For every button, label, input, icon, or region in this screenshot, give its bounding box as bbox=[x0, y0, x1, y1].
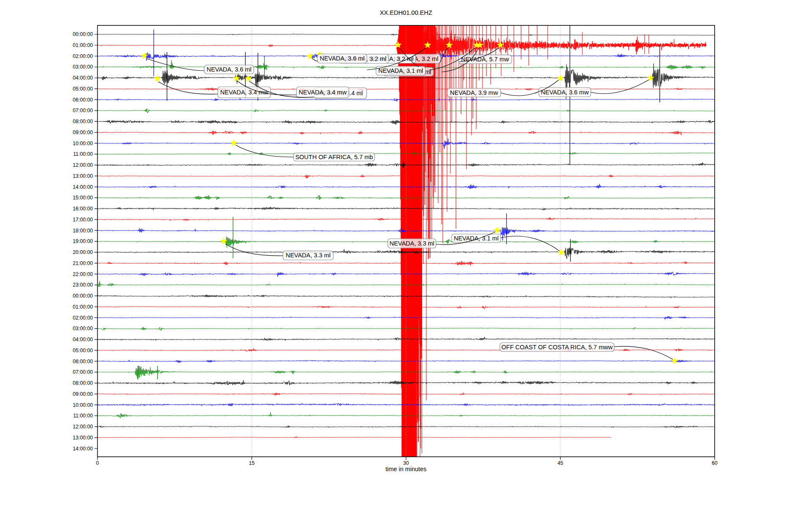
svg-text:05:00:00: 05:00:00 bbox=[73, 348, 93, 353]
svg-text:13:00:00: 13:00:00 bbox=[73, 435, 93, 441]
svg-text:16:00:00: 16:00:00 bbox=[73, 206, 93, 212]
svg-text:19:00:00: 19:00:00 bbox=[73, 238, 93, 244]
svg-text:08:00:00: 08:00:00 bbox=[73, 380, 93, 386]
svg-text:10:00:00: 10:00:00 bbox=[73, 402, 93, 408]
svg-text:09:00:00: 09:00:00 bbox=[73, 130, 93, 135]
svg-text:45: 45 bbox=[557, 460, 563, 466]
svg-text:00:00:00: 00:00:00 bbox=[73, 293, 93, 299]
svg-text:21:00:00: 21:00:00 bbox=[73, 260, 93, 266]
svg-text:13:00:00: 13:00:00 bbox=[73, 173, 93, 179]
svg-text:NEVADA, 3.3 ml: NEVADA, 3.3 ml bbox=[390, 240, 434, 247]
svg-text:03:00:00: 03:00:00 bbox=[73, 64, 93, 70]
svg-text:07:00:00: 07:00:00 bbox=[73, 369, 93, 375]
svg-text:NEVADA, 3.6 ml: NEVADA, 3.6 ml bbox=[320, 55, 365, 62]
svg-text:14:00:00: 14:00:00 bbox=[73, 446, 93, 452]
svg-text:09:00:00: 09:00:00 bbox=[73, 391, 93, 397]
svg-text:04:00:00: 04:00:00 bbox=[73, 337, 93, 342]
svg-text:06:00:00: 06:00:00 bbox=[73, 97, 93, 103]
svg-text:00:00:00: 00:00:00 bbox=[73, 31, 93, 37]
svg-text:NEVADA, 3.9 mw: NEVADA, 3.9 mw bbox=[450, 89, 498, 96]
svg-text:12:00:00: 12:00:00 bbox=[73, 424, 93, 430]
svg-text:OFF COAST OF COSTA RICA, 5.7 m: OFF COAST OF COSTA RICA, 5.7 mww bbox=[502, 344, 613, 351]
svg-text:XX.EDH01.00.EHZ: XX.EDH01.00.EHZ bbox=[380, 9, 432, 16]
svg-text:23:00:00: 23:00:00 bbox=[73, 282, 93, 288]
svg-text:04:00:00: 04:00:00 bbox=[73, 75, 93, 81]
svg-text:01:00:00: 01:00:00 bbox=[73, 42, 93, 48]
svg-text:NEVADA, 3.6 mw: NEVADA, 3.6 mw bbox=[541, 89, 589, 96]
svg-text:SOUTH OF AFRICA, 5.7 mb: SOUTH OF AFRICA, 5.7 mb bbox=[295, 154, 373, 160]
svg-text:05:00:00: 05:00:00 bbox=[73, 86, 93, 92]
svg-text:02:00:00: 02:00:00 bbox=[73, 53, 93, 59]
svg-text:15:00:00: 15:00:00 bbox=[73, 195, 93, 201]
svg-text:08:00:00: 08:00:00 bbox=[73, 119, 93, 124]
svg-text:07:00:00: 07:00:00 bbox=[73, 108, 93, 113]
svg-text:10:00:00: 10:00:00 bbox=[73, 141, 93, 146]
svg-text:20:00:00: 20:00:00 bbox=[73, 249, 93, 255]
svg-text:14:00:00: 14:00:00 bbox=[73, 184, 93, 190]
svg-text:22:00:00: 22:00:00 bbox=[73, 271, 93, 277]
svg-text:01:00:00: 01:00:00 bbox=[73, 304, 93, 310]
svg-text:11:00:00: 11:00:00 bbox=[73, 151, 93, 157]
svg-text:03:00:00: 03:00:00 bbox=[73, 326, 93, 331]
svg-text:NEVADA, 3.4 mw: NEVADA, 3.4 mw bbox=[299, 89, 347, 96]
svg-text:0: 0 bbox=[96, 460, 99, 466]
svg-text:NEVADA, 3.3 ml: NEVADA, 3.3 ml bbox=[285, 252, 330, 259]
svg-text:60: 60 bbox=[712, 460, 718, 466]
svg-text:12:00:00: 12:00:00 bbox=[73, 162, 93, 168]
svg-text:18:00:00: 18:00:00 bbox=[73, 228, 93, 234]
svg-text:06:00:00: 06:00:00 bbox=[73, 359, 93, 364]
svg-text:time in minutes: time in minutes bbox=[386, 466, 427, 472]
svg-text:30: 30 bbox=[403, 460, 409, 466]
svg-text:17:00:00: 17:00:00 bbox=[73, 217, 93, 223]
svg-text:NEVADA, 3.6 ml: NEVADA, 3.6 ml bbox=[206, 66, 251, 73]
svg-text:02:00:00: 02:00:00 bbox=[73, 315, 93, 321]
svg-text:NEVADA, 3.1 ml: NEVADA, 3.1 ml bbox=[454, 235, 499, 242]
svg-text:15: 15 bbox=[249, 460, 255, 466]
svg-text:NEVADA, 3.1 ml: NEVADA, 3.1 ml bbox=[378, 67, 423, 74]
svg-text:11:00:00: 11:00:00 bbox=[73, 413, 93, 419]
